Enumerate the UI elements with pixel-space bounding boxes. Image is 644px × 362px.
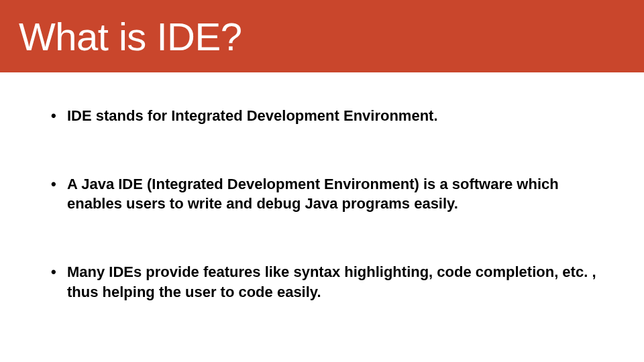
list-item: Many IDEs provide features like syntax h… xyxy=(47,262,604,302)
list-item: IDE stands for Integrated Development En… xyxy=(47,106,604,126)
list-item: A Java IDE (Integrated Development Envir… xyxy=(47,174,604,214)
slide-title: What is IDE? xyxy=(19,14,241,59)
slide-body: IDE stands for Integrated Development En… xyxy=(0,72,644,302)
title-band: What is IDE? xyxy=(0,0,644,72)
bullet-list: IDE stands for Integrated Development En… xyxy=(47,106,604,302)
